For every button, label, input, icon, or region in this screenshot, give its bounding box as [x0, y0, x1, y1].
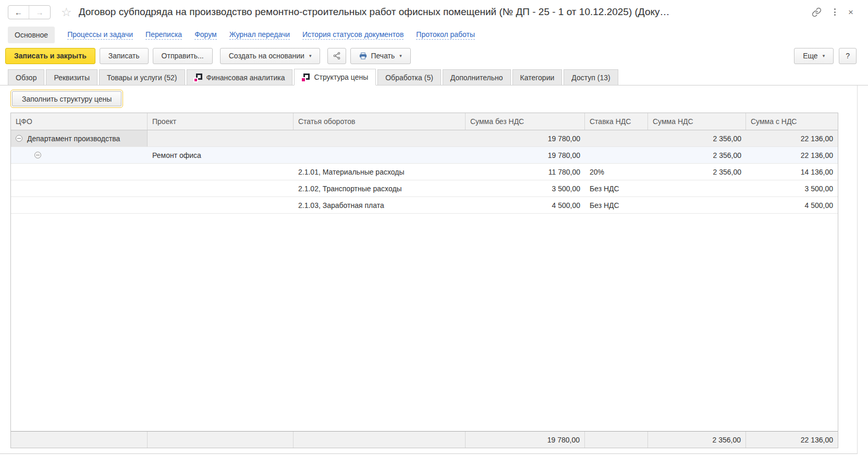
- finance-analytics-icon: [194, 73, 202, 81]
- table-row[interactable]: 2.1.03, Заработная плата4 500,00Без НДС4…: [11, 197, 838, 214]
- total-cell: [585, 432, 648, 448]
- total-cell: [294, 432, 466, 448]
- cell-text: 2 356,00: [713, 151, 742, 159]
- table-cell: 19 780,00: [466, 147, 585, 163]
- tab[interactable]: Категории: [512, 69, 563, 85]
- cell-text: Без НДС: [590, 185, 619, 193]
- table-cell: [148, 164, 294, 180]
- table-cell: 2.1.03, Заработная плата: [294, 197, 466, 213]
- table-cell: 11 780,00: [466, 164, 585, 180]
- table-cell: Департамент производства: [11, 130, 148, 146]
- table-cell: [148, 180, 294, 196]
- table-cell: 20%: [585, 164, 648, 180]
- create-based-on-button[interactable]: Создать на основании ▾: [220, 48, 321, 64]
- table-row[interactable]: 2.1.01, Материальные расходы11 780,0020%…: [11, 164, 838, 180]
- column-header[interactable]: Статья оборотов: [294, 113, 466, 130]
- cell-text: Без НДС: [590, 201, 619, 210]
- table-cell: 4 500,00: [466, 197, 585, 213]
- column-header[interactable]: Ставка НДС: [585, 113, 648, 130]
- table-cell: 4 500,00: [746, 197, 838, 213]
- column-header[interactable]: Сумма без НДС: [466, 113, 585, 130]
- title-bar: ← → ☆ Договор субподряда на производство…: [0, 0, 868, 24]
- collapse-icon[interactable]: [16, 135, 22, 142]
- table-row[interactable]: Ремонт офиса19 780,002 356,0022 136,00: [11, 147, 838, 164]
- nav-item[interactable]: Переписка: [145, 30, 182, 40]
- tab-label: Финансовая аналитика: [206, 73, 285, 82]
- cell-text: 4 500,00: [552, 201, 581, 210]
- tab-label: Структура цены: [314, 73, 368, 81]
- cell-text: 2.1.01, Материальные расходы: [298, 168, 405, 176]
- send-button[interactable]: Отправить...: [153, 48, 213, 64]
- back-button[interactable]: ←: [8, 6, 29, 19]
- chevron-down-icon: ▾: [399, 53, 402, 58]
- tab-label: Обработка (5): [385, 73, 433, 82]
- tab-label: Категории: [520, 73, 555, 82]
- create-based-on-label: Создать на основании: [229, 52, 304, 60]
- table-cell: [11, 180, 148, 196]
- cell-text: Департамент производства: [27, 134, 120, 143]
- default-button-ring: Заполнить структуру цены: [10, 90, 123, 108]
- page-title: Договор субподряда на производство ремон…: [79, 6, 670, 18]
- help-button[interactable]: ?: [839, 48, 857, 64]
- save-and-close-button[interactable]: Записать и закрыть: [5, 48, 95, 64]
- nav-item[interactable]: Протокол работы: [416, 30, 475, 40]
- nav-item[interactable]: Форум: [194, 30, 217, 40]
- history-nav-group: ← →: [8, 5, 51, 19]
- table-cell: Ремонт офиса: [148, 147, 294, 163]
- table-cell: [11, 147, 148, 163]
- column-header[interactable]: Проект: [148, 113, 294, 130]
- tab[interactable]: Доступ (13): [564, 69, 618, 85]
- table-cell: [294, 130, 466, 146]
- nav-item[interactable]: Процессы и задачи: [67, 30, 133, 40]
- tab[interactable]: Товары и услуги (52): [99, 69, 185, 85]
- table-cell: [294, 147, 466, 163]
- printer-icon: [359, 52, 367, 60]
- cell-text: 2.1.03, Заработная плата: [298, 201, 384, 210]
- table-cell: 2 356,00: [648, 147, 746, 163]
- favorite-star-icon[interactable]: ☆: [61, 6, 72, 18]
- table-row[interactable]: 2.1.02, Транспортные расходы3 500,00Без …: [11, 180, 838, 197]
- column-header[interactable]: Сумма с НДС: [746, 113, 838, 130]
- window-menu-icon[interactable]: [833, 7, 837, 17]
- cell-text: Ремонт офиса: [152, 151, 201, 159]
- share-button[interactable]: [327, 48, 346, 64]
- cell-text: 3 500,00: [805, 185, 834, 193]
- table-cell: [648, 180, 746, 196]
- fill-price-structure-button[interactable]: Заполнить структуру цены: [12, 91, 121, 106]
- table-cell: 3 500,00: [746, 180, 838, 196]
- nav-item-current[interactable]: Основное: [8, 27, 55, 43]
- more-button[interactable]: Еще ▾: [794, 48, 834, 64]
- tab[interactable]: Обзор: [8, 69, 44, 85]
- copy-link-icon[interactable]: [812, 7, 822, 17]
- table-body: Департамент производства19 780,002 356,0…: [11, 130, 838, 214]
- close-icon[interactable]: ×: [848, 8, 853, 17]
- cell-text: 11 780,00: [548, 168, 580, 176]
- save-button[interactable]: Записать: [100, 48, 149, 64]
- table-cell: [585, 130, 648, 146]
- cell-text: 2 356,00: [713, 168, 742, 176]
- tab[interactable]: Структура цены: [294, 69, 376, 85]
- nav-item[interactable]: История статусов документов: [302, 30, 404, 40]
- table-cell: 22 136,00: [746, 130, 838, 146]
- column-header[interactable]: ЦФО: [11, 113, 148, 130]
- column-header[interactable]: Сумма НДС: [648, 113, 746, 130]
- tab[interactable]: Реквизиты: [46, 69, 97, 85]
- cell-text: 3 500,00: [552, 185, 581, 193]
- table-cell: 2 356,00: [648, 164, 746, 180]
- price-structure-table: ЦФОПроектСтатья оборотовСумма без НДССта…: [10, 113, 838, 448]
- table-cell: 3 500,00: [466, 180, 585, 196]
- print-button[interactable]: Печать ▾: [350, 48, 410, 64]
- tab[interactable]: Обработка (5): [377, 69, 441, 85]
- tab[interactable]: Финансовая аналитика: [187, 69, 293, 85]
- total-cell: 22 136,00: [746, 432, 838, 448]
- collapse-icon[interactable]: [34, 152, 41, 158]
- nav-item[interactable]: Журнал передачи: [229, 30, 290, 40]
- section-nav: ОсновноеПроцессы и задачиПерепискаФорумЖ…: [0, 24, 868, 46]
- share-icon: [333, 52, 341, 60]
- forward-button[interactable]: →: [29, 6, 50, 19]
- table-row[interactable]: Департамент производства19 780,002 356,0…: [11, 130, 838, 147]
- table-cell: 2 356,00: [648, 130, 746, 146]
- price-structure-panel: Заполнить структуру цены ЦФОПроектСтатья…: [0, 85, 858, 454]
- tab[interactable]: Дополнительно: [443, 69, 511, 85]
- table-cell: [148, 130, 294, 146]
